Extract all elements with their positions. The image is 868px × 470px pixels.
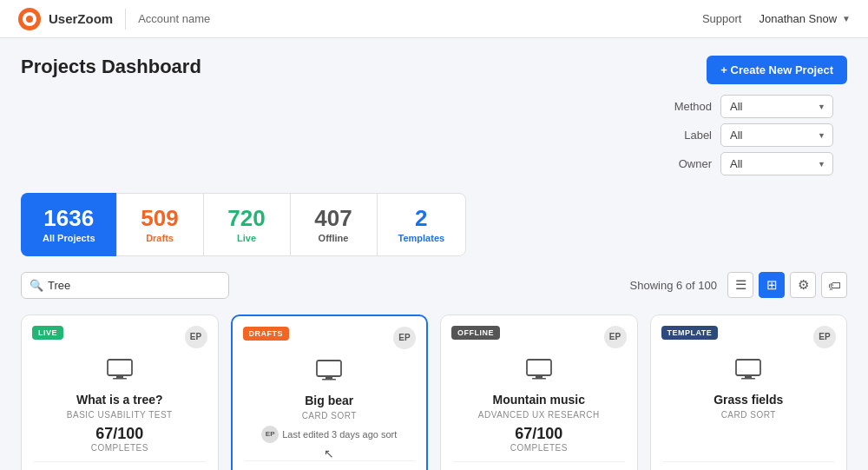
card-icon-2 <box>526 359 552 386</box>
stat-live[interactable]: 720 Live <box>203 193 290 256</box>
card-title-1: Big bear <box>305 394 353 407</box>
card-footer-0: ⧉ Duplicate <box>34 461 206 470</box>
label-filter-label: Label <box>674 129 712 142</box>
svg-rect-10 <box>536 375 542 378</box>
card-footer-1: ⧉ Duplicate <box>245 460 415 470</box>
card-footer-3: ⧉ Use template <box>663 461 835 470</box>
stat-label-templates: Templates <box>398 233 445 243</box>
toolbar-right: Showing 6 of 100 ☰ ⊞ ⚙ 🏷 <box>630 272 847 298</box>
filters-panel: Method All Label All <box>674 95 847 175</box>
card-footer-2: ⧉ Duplicate <box>453 461 625 470</box>
card-badge-2: OFFLINE <box>451 326 500 340</box>
label-filter-row: Label All <box>674 123 847 147</box>
stat-label-drafts: Drafts <box>138 233 182 243</box>
logo-icon <box>17 7 42 31</box>
stat-number-templates: 2 <box>398 206 445 231</box>
owner-filter-row: Owner All <box>674 152 847 175</box>
owner-filter-select[interactable]: All <box>720 152 833 175</box>
card-title-2: Mountain music <box>492 393 585 407</box>
svg-rect-5 <box>113 378 127 380</box>
card-subtitle-3: CARD SORT <box>721 410 776 420</box>
grid-view-button[interactable]: ⊞ <box>759 272 785 298</box>
card-2[interactable]: OFFLINE EP Mountain music ADVANCED UX RE… <box>440 314 638 470</box>
svg-rect-11 <box>532 378 546 380</box>
card-icon-3 <box>735 359 761 386</box>
label-filter-select[interactable]: All <box>720 123 833 147</box>
header-right: Support Jonathan Snow ▼ <box>702 12 851 25</box>
showing-text: Showing 6 of 100 <box>630 279 717 292</box>
card-0[interactable]: LIVE EP What is a tree? BASIC USABILITY … <box>21 314 219 470</box>
stats-row: 1636 All Projects 509 Drafts 720 Live 40… <box>21 193 847 256</box>
list-view-button[interactable]: ☰ <box>727 272 753 298</box>
card-subtitle-1: CARD SORT <box>302 411 357 420</box>
svg-rect-4 <box>116 375 123 378</box>
card-avatar-0: EP <box>185 326 207 348</box>
card-stat-label-2: COMPLETES <box>510 443 568 453</box>
stat-number-offline: 407 <box>312 206 356 231</box>
settings-view-button[interactable]: ⚙ <box>790 272 816 298</box>
app-header: UserZoom Account name Support Jonathan S… <box>0 0 868 38</box>
stat-offline[interactable]: 407 Offline <box>290 193 377 256</box>
stat-number-live: 720 <box>225 206 269 231</box>
support-link[interactable]: Support <box>702 12 742 25</box>
page-header: Projects Dashboard + Create New Project … <box>21 56 847 175</box>
stat-number-all: 1636 <box>43 206 95 231</box>
card-icon-0 <box>107 359 133 386</box>
method-filter-wrap: All <box>720 95 833 118</box>
stat-drafts[interactable]: 509 Drafts <box>116 193 203 256</box>
card-avatar-3: EP <box>813 326 836 348</box>
search-icon: 🔍 <box>30 279 43 292</box>
chevron-down-icon: ▼ <box>842 14 851 23</box>
card-badge-1: DRAFTS <box>243 327 290 341</box>
logo[interactable]: UserZoom <box>17 7 113 31</box>
card-stat-2: 67/100 <box>515 425 562 443</box>
card-badge-3: TEMPLATE <box>661 326 719 340</box>
label-filter-wrap: All <box>720 123 833 147</box>
tag-view-button[interactable]: 🏷 <box>821 272 847 298</box>
card-subtitle-2: ADVANCED UX RESEARCH <box>478 410 600 420</box>
toolbar: 🔍 Showing 6 of 100 ☰ ⊞ ⚙ 🏷 <box>21 272 847 299</box>
page-title: Projects Dashboard <box>21 56 201 78</box>
main-content: Projects Dashboard + Create New Project … <box>0 38 868 470</box>
logo-text: UserZoom <box>49 11 113 26</box>
stat-label-live: Live <box>225 233 269 243</box>
owner-filter-wrap: All <box>720 152 833 175</box>
stat-number-drafts: 509 <box>138 206 182 231</box>
stat-templates[interactable]: 2 Templates <box>377 193 467 256</box>
svg-rect-12 <box>736 360 760 375</box>
cards-grid: LIVE EP What is a tree? BASIC USABILITY … <box>21 314 847 470</box>
card-title-0: What is a tree? <box>76 393 163 407</box>
method-filter-label: Method <box>674 100 712 113</box>
search-wrap: 🔍 <box>21 272 229 299</box>
search-input[interactable] <box>21 272 229 299</box>
account-name: Account name <box>138 12 210 25</box>
card-edited-avatar-1: EP <box>261 426 279 443</box>
svg-rect-3 <box>108 360 132 375</box>
card-avatar-2: EP <box>604 326 627 348</box>
svg-rect-13 <box>745 375 752 378</box>
stat-label-all: All Projects <box>43 233 95 243</box>
user-menu[interactable]: Jonathan Snow ▼ <box>759 12 851 25</box>
stat-all-projects[interactable]: 1636 All Projects <box>21 193 116 256</box>
svg-rect-9 <box>527 360 551 375</box>
user-name: Jonathan Snow <box>759 12 837 25</box>
svg-rect-8 <box>322 379 336 381</box>
create-project-button[interactable]: + Create New Project <box>707 56 847 84</box>
svg-rect-7 <box>326 376 332 379</box>
method-filter-select[interactable]: All <box>720 95 833 118</box>
card-title-3: Grass fields <box>713 393 783 407</box>
card-stat-0: 67/100 <box>95 425 143 443</box>
card-avatar-1: EP <box>393 327 416 349</box>
card-3[interactable]: TEMPLATE EP Grass fields CARD SORT ⧉ Use… <box>650 314 848 470</box>
stat-label-offline: Offline <box>312 233 356 243</box>
cursor-icon-1: ↖ <box>324 447 334 460</box>
card-subtitle-0: BASIC USABILITY TEST <box>67 410 173 420</box>
card-edited-1: EP Last edited 3 days ago sort <box>261 426 397 443</box>
card-stat-label-0: COMPLETES <box>91 443 148 453</box>
card-badge-0: LIVE <box>32 326 63 340</box>
card-1[interactable]: DRAFTS EP Big bear CARD SORT EP Last edi… <box>231 314 429 470</box>
svg-rect-14 <box>741 378 755 380</box>
header-divider <box>125 9 126 30</box>
owner-filter-label: Owner <box>674 157 712 170</box>
svg-rect-6 <box>317 361 341 376</box>
